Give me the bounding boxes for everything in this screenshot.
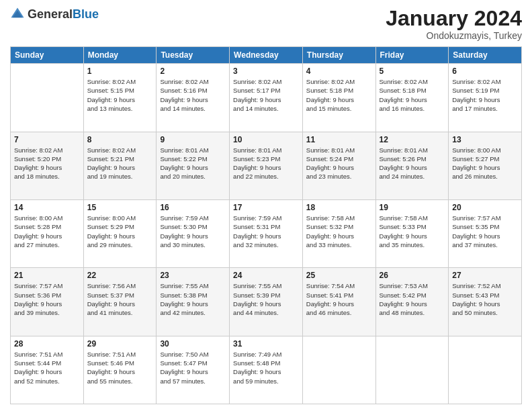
day-info: Sunrise: 7:58 AM Sunset: 5:32 PM Dayligh… — [306, 214, 372, 249]
day-info: Sunrise: 8:00 AM Sunset: 5:29 PM Dayligh… — [87, 214, 153, 249]
day-number: 7 — [14, 135, 80, 144]
day-number: 17 — [233, 203, 299, 212]
table-row: 27Sunrise: 7:52 AM Sunset: 5:43 PM Dayli… — [449, 268, 522, 336]
table-row: 30Sunrise: 7:50 AM Sunset: 5:47 PM Dayli… — [157, 336, 230, 404]
calendar-header-row: Sunday Monday Tuesday Wednesday Thursday… — [11, 47, 522, 64]
table-row — [449, 336, 522, 404]
day-number: 3 — [233, 66, 299, 76]
day-number: 25 — [306, 271, 372, 280]
calendar-week-row: 1Sunrise: 8:02 AM Sunset: 5:15 PM Daylig… — [11, 64, 522, 132]
col-monday: Monday — [83, 47, 157, 64]
day-info: Sunrise: 8:01 AM Sunset: 5:22 PM Dayligh… — [160, 146, 226, 181]
page: GeneralBlue January 2024 Ondokuzmayis, T… — [0, 0, 532, 411]
table-row: 7Sunrise: 8:02 AM Sunset: 5:20 PM Daylig… — [11, 132, 84, 199]
table-row: 14Sunrise: 8:00 AM Sunset: 5:28 PM Dayli… — [11, 199, 84, 267]
day-number: 15 — [87, 203, 153, 212]
table-row: 31Sunrise: 7:49 AM Sunset: 5:48 PM Dayli… — [230, 336, 303, 404]
day-info: Sunrise: 7:58 AM Sunset: 5:33 PM Dayligh… — [380, 214, 445, 249]
day-info: Sunrise: 7:53 AM Sunset: 5:42 PM Dayligh… — [380, 281, 445, 317]
col-friday: Friday — [375, 47, 449, 64]
col-wednesday: Wednesday — [230, 47, 303, 64]
day-info: Sunrise: 8:02 AM Sunset: 5:18 PM Dayligh… — [306, 77, 372, 113]
day-number: 11 — [306, 135, 372, 144]
table-row: 4Sunrise: 8:02 AM Sunset: 5:18 PM Daylig… — [302, 64, 375, 132]
table-row: 21Sunrise: 7:57 AM Sunset: 5:36 PM Dayli… — [11, 268, 84, 336]
day-number: 12 — [380, 135, 445, 144]
day-number: 26 — [380, 271, 445, 280]
col-tuesday: Tuesday — [157, 47, 230, 64]
day-number: 1 — [87, 66, 153, 76]
day-number: 13 — [452, 135, 518, 144]
table-row: 5Sunrise: 8:02 AM Sunset: 5:18 PM Daylig… — [375, 64, 449, 132]
day-number: 30 — [160, 339, 226, 349]
day-info: Sunrise: 8:02 AM Sunset: 5:18 PM Dayligh… — [380, 77, 445, 113]
table-row: 20Sunrise: 7:57 AM Sunset: 5:35 PM Dayli… — [449, 199, 522, 267]
header: GeneralBlue January 2024 Ondokuzmayis, T… — [10, 7, 522, 41]
day-number: 2 — [160, 66, 226, 76]
logo-general: General — [28, 7, 73, 21]
location-title: Ondokuzmayis, Turkey — [386, 30, 522, 41]
day-number: 22 — [87, 271, 153, 280]
calendar-week-row: 14Sunrise: 8:00 AM Sunset: 5:28 PM Dayli… — [11, 199, 522, 267]
day-info: Sunrise: 8:02 AM Sunset: 5:17 PM Dayligh… — [233, 77, 299, 113]
day-number: 9 — [160, 135, 226, 144]
calendar-week-row: 21Sunrise: 7:57 AM Sunset: 5:36 PM Dayli… — [11, 268, 522, 336]
day-number: 16 — [160, 203, 226, 212]
logo: GeneralBlue — [10, 7, 99, 21]
day-info: Sunrise: 8:00 AM Sunset: 5:28 PM Dayligh… — [14, 214, 80, 249]
day-number: 24 — [233, 271, 299, 280]
day-info: Sunrise: 7:52 AM Sunset: 5:43 PM Dayligh… — [452, 281, 518, 317]
table-row: 6Sunrise: 8:02 AM Sunset: 5:19 PM Daylig… — [449, 64, 522, 132]
table-row: 25Sunrise: 7:54 AM Sunset: 5:41 PM Dayli… — [302, 268, 375, 336]
table-row: 26Sunrise: 7:53 AM Sunset: 5:42 PM Dayli… — [375, 268, 449, 336]
table-row: 3Sunrise: 8:02 AM Sunset: 5:17 PM Daylig… — [230, 64, 303, 132]
day-info: Sunrise: 7:54 AM Sunset: 5:41 PM Dayligh… — [306, 281, 372, 317]
day-number: 14 — [14, 203, 80, 212]
day-number: 6 — [452, 66, 518, 76]
table-row: 9Sunrise: 8:01 AM Sunset: 5:22 PM Daylig… — [157, 132, 230, 199]
table-row: 13Sunrise: 8:00 AM Sunset: 5:27 PM Dayli… — [449, 132, 522, 199]
day-number: 4 — [306, 66, 372, 76]
day-number: 31 — [233, 339, 299, 349]
table-row: 24Sunrise: 7:55 AM Sunset: 5:39 PM Dayli… — [230, 268, 303, 336]
day-number: 27 — [452, 271, 518, 280]
table-row: 12Sunrise: 8:01 AM Sunset: 5:26 PM Dayli… — [375, 132, 449, 199]
day-info: Sunrise: 7:57 AM Sunset: 5:36 PM Dayligh… — [14, 281, 80, 317]
day-number: 20 — [452, 203, 518, 212]
table-row: 11Sunrise: 8:01 AM Sunset: 5:24 PM Dayli… — [302, 132, 375, 199]
day-number: 23 — [160, 271, 226, 280]
day-number: 21 — [14, 271, 80, 280]
day-info: Sunrise: 8:01 AM Sunset: 5:23 PM Dayligh… — [233, 146, 299, 181]
table-row: 23Sunrise: 7:55 AM Sunset: 5:38 PM Dayli… — [157, 268, 230, 336]
calendar-week-row: 7Sunrise: 8:02 AM Sunset: 5:20 PM Daylig… — [11, 132, 522, 199]
day-info: Sunrise: 7:51 AM Sunset: 5:44 PM Dayligh… — [14, 350, 80, 385]
table-row: 10Sunrise: 8:01 AM Sunset: 5:23 PM Dayli… — [230, 132, 303, 199]
day-info: Sunrise: 8:02 AM Sunset: 5:20 PM Dayligh… — [14, 146, 80, 181]
table-row: 19Sunrise: 7:58 AM Sunset: 5:33 PM Dayli… — [375, 199, 449, 267]
day-number: 10 — [233, 135, 299, 144]
day-info: Sunrise: 8:01 AM Sunset: 5:24 PM Dayligh… — [306, 146, 372, 181]
logo-blue: Blue — [73, 7, 99, 21]
table-row: 28Sunrise: 7:51 AM Sunset: 5:44 PM Dayli… — [11, 336, 84, 404]
table-row: 16Sunrise: 7:59 AM Sunset: 5:30 PM Dayli… — [157, 199, 230, 267]
day-info: Sunrise: 7:57 AM Sunset: 5:35 PM Dayligh… — [452, 214, 518, 249]
table-row: 15Sunrise: 8:00 AM Sunset: 5:29 PM Dayli… — [83, 199, 157, 267]
table-row — [11, 64, 84, 132]
day-info: Sunrise: 8:02 AM Sunset: 5:21 PM Dayligh… — [87, 146, 153, 181]
table-row: 29Sunrise: 7:51 AM Sunset: 5:46 PM Dayli… — [83, 336, 157, 404]
day-number: 19 — [380, 203, 445, 212]
table-row: 17Sunrise: 7:59 AM Sunset: 5:31 PM Dayli… — [230, 199, 303, 267]
day-info: Sunrise: 7:49 AM Sunset: 5:48 PM Dayligh… — [233, 350, 299, 385]
day-number: 28 — [14, 339, 80, 349]
day-number: 29 — [87, 339, 153, 349]
calendar-table: Sunday Monday Tuesday Wednesday Thursday… — [10, 46, 522, 404]
table-row: 1Sunrise: 8:02 AM Sunset: 5:15 PM Daylig… — [83, 64, 157, 132]
table-row: 8Sunrise: 8:02 AM Sunset: 5:21 PM Daylig… — [83, 132, 157, 199]
col-sunday: Sunday — [11, 47, 84, 64]
col-saturday: Saturday — [449, 47, 522, 64]
table-row: 18Sunrise: 7:58 AM Sunset: 5:32 PM Dayli… — [302, 199, 375, 267]
day-info: Sunrise: 7:55 AM Sunset: 5:39 PM Dayligh… — [233, 281, 299, 317]
day-number: 8 — [87, 135, 153, 144]
day-info: Sunrise: 7:55 AM Sunset: 5:38 PM Dayligh… — [160, 281, 226, 317]
col-thursday: Thursday — [302, 47, 375, 64]
